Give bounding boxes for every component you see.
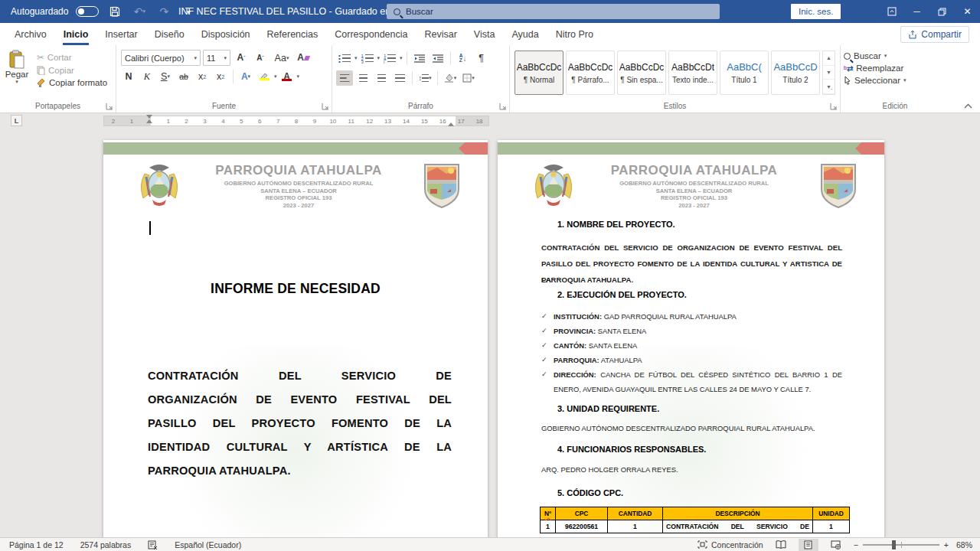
clear-formatting-button[interactable]: A xyxy=(295,51,312,66)
styles-dialog-launcher-icon[interactable] xyxy=(830,103,838,110)
word-count[interactable]: 2574 palabras xyxy=(80,540,132,549)
paste-button[interactable]: Pegar ▾ xyxy=(0,48,34,89)
horizontal-ruler[interactable]: 21123456789101112131415161718 xyxy=(103,116,489,126)
tab-nitro-pro[interactable]: Nitro Pro xyxy=(547,23,602,45)
save-icon[interactable] xyxy=(106,4,123,19)
redo-icon[interactable]: ↷ xyxy=(155,4,172,19)
print-layout-button[interactable] xyxy=(799,539,818,551)
close-button[interactable]: ✕ xyxy=(955,0,980,23)
superscript-button[interactable]: x2 xyxy=(212,69,229,84)
search-box[interactable]: Buscar xyxy=(387,4,720,19)
page-1[interactable]: PARROQUIA ATAHUALPA GOBIERNO AUTÓNOMO DE… xyxy=(103,140,488,537)
styles-scroll-down-icon[interactable]: ▼ xyxy=(823,66,835,80)
tab-revisar[interactable]: Revisar xyxy=(416,23,465,45)
undo-icon[interactable]: ↶▾ xyxy=(131,4,148,19)
styles-scroll-up-icon[interactable]: ▲ xyxy=(823,51,835,66)
increase-indent-button[interactable] xyxy=(430,51,446,66)
tab-vista[interactable]: Vista xyxy=(466,23,504,45)
format-painter-button[interactable]: Copiar formato xyxy=(34,77,110,89)
justify-button[interactable] xyxy=(391,70,408,86)
page-2[interactable]: PARROQUIA ATAHUALPA GOBIERNO AUTÓNOMO DE… xyxy=(498,140,884,537)
read-mode-button[interactable] xyxy=(771,539,791,551)
zoom-thumb[interactable] xyxy=(892,540,896,549)
font-size-dropdown-icon: ▾ xyxy=(224,55,227,61)
tab-inicio[interactable]: Inicio xyxy=(55,23,97,45)
proofing-errors-icon[interactable] xyxy=(148,540,158,549)
minimize-button[interactable]: ─ xyxy=(904,0,929,23)
indent-markers[interactable] xyxy=(146,115,152,126)
borders-button[interactable]: ▾ xyxy=(460,70,477,86)
direccion-line-2: ENERO, AVENIDA GUAYAQUIL ENTRE LAS CALLE… xyxy=(541,382,842,396)
collapse-ribbon-icon[interactable] xyxy=(964,103,972,109)
sort-button[interactable]: AZ↓ xyxy=(455,51,472,66)
page-indicator[interactable]: Página 1 de 12 xyxy=(9,540,64,549)
format-painter-icon xyxy=(37,78,46,87)
autosave-toggle[interactable] xyxy=(76,6,99,17)
numbering-button[interactable]: 123 xyxy=(359,51,376,66)
bullets-button[interactable]: ••• xyxy=(336,51,353,66)
tab-correspondencia[interactable]: Correspondencia xyxy=(326,23,416,45)
font-color-button[interactable]: A xyxy=(279,69,296,84)
shrink-font-button[interactable]: Aˇ xyxy=(252,51,269,66)
style-titulo-2[interactable]: AaBbCcDTítulo 2 xyxy=(771,51,820,95)
zoom-level[interactable]: 68% xyxy=(956,540,972,549)
copy-button[interactable]: Copiar xyxy=(34,64,110,77)
zoom-slider[interactable]: − + xyxy=(854,540,949,549)
style-titulo-1[interactable]: AaBbC(Título 1 xyxy=(720,51,769,95)
italic-button[interactable]: K xyxy=(139,69,155,84)
grow-font-button[interactable]: Aˆ xyxy=(233,51,250,66)
style-sin-espaciado[interactable]: AaBbCcDc¶ Sin espa... xyxy=(617,51,666,95)
zoom-in-icon[interactable]: + xyxy=(944,540,949,549)
find-button[interactable]: Buscar▾ xyxy=(841,50,949,62)
decrease-indent-button[interactable] xyxy=(411,51,428,66)
clipboard-dialog-launcher-icon[interactable] xyxy=(106,103,113,110)
show-marks-button[interactable]: ¶ xyxy=(473,51,490,66)
section-3-paragraph: GOBIERNO AUTÓNOMO DESCENTRALIZADO PARROQ… xyxy=(541,424,842,432)
font-family-select[interactable]: Calibri (Cuerpo)▾ xyxy=(121,50,201,66)
text-effects-button[interactable]: A▾ xyxy=(237,69,254,84)
share-button[interactable]: Compartir xyxy=(900,26,969,43)
underline-button[interactable]: S▾ xyxy=(157,69,174,84)
focus-mode-button[interactable]: Concentración xyxy=(697,540,763,549)
line-spacing-button[interactable]: ↕▾ xyxy=(416,70,433,86)
strikethrough-button[interactable]: ab xyxy=(175,69,192,84)
language-indicator[interactable]: Español (Ecuador) xyxy=(175,540,241,549)
style-parrafo[interactable]: AaBbCcDc¶ Párrafo... xyxy=(566,51,615,95)
tab-archivo[interactable]: Archivo xyxy=(6,23,55,45)
multilevel-list-button[interactable]: 1ai xyxy=(381,51,398,66)
align-center-button[interactable] xyxy=(354,70,371,86)
list-item: ✓DIRECCIÓN: CANCHA DE FÚTBOL DEL CÉSPED … xyxy=(541,367,842,382)
select-button[interactable]: Seleccionar▾ xyxy=(841,74,949,86)
tab-disposicion[interactable]: Disposición xyxy=(193,23,259,45)
sign-in-button[interactable]: Inic. ses. xyxy=(791,4,841,19)
right-indent-marker[interactable] xyxy=(448,122,454,126)
highlight-color-bar xyxy=(260,78,270,80)
highlight-button[interactable] xyxy=(256,69,273,84)
tab-ayuda[interactable]: Ayuda xyxy=(503,23,547,45)
restore-button[interactable] xyxy=(929,0,955,23)
web-layout-button[interactable] xyxy=(826,539,846,551)
tab-insertar[interactable]: Insertar xyxy=(96,23,145,45)
font-size-select[interactable]: 11▾ xyxy=(203,50,230,66)
styles-more-icon[interactable]: ▼̱ xyxy=(823,80,835,94)
change-case-button[interactable]: Aa▾ xyxy=(271,51,292,66)
tab-diseno[interactable]: Diseño xyxy=(146,23,193,45)
numbering-icon: 123 xyxy=(361,54,374,63)
replace-button[interactable]: ᵇ⇄ Reemplazar xyxy=(841,62,949,74)
paragraph-dialog-launcher-icon[interactable] xyxy=(499,103,507,110)
align-left-button[interactable] xyxy=(336,70,353,86)
ribbon-display-options-icon[interactable] xyxy=(879,0,904,23)
subscript-button[interactable]: x2 xyxy=(194,69,211,84)
cut-button[interactable]: ✂Cortar xyxy=(34,51,110,64)
style-texto-independiente[interactable]: AaBbCcDtTexto inde... xyxy=(668,51,717,95)
style-normal[interactable]: AaBbCcDc¶ Normal xyxy=(514,51,564,95)
bold-button[interactable]: N xyxy=(120,69,137,84)
status-bar: Página 1 de 12 2574 palabras Español (Ec… xyxy=(0,537,980,551)
shading-button[interactable]: ▾ xyxy=(442,70,459,86)
justify-icon xyxy=(395,74,405,83)
tab-referencias[interactable]: Referencias xyxy=(259,23,327,45)
tab-selector[interactable]: L xyxy=(11,115,22,126)
font-dialog-launcher-icon[interactable] xyxy=(322,103,329,110)
zoom-out-icon[interactable]: − xyxy=(854,540,858,549)
align-right-button[interactable] xyxy=(373,70,390,86)
